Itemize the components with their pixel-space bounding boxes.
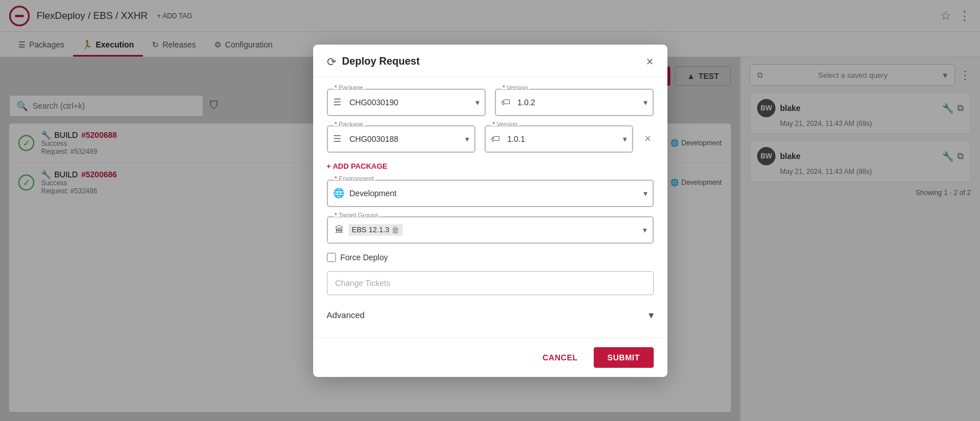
- package1-select[interactable]: CHG0030190: [327, 89, 485, 116]
- target-groups-input[interactable]: 🏛 EBS 12.1.3 🗑 ▾: [327, 217, 653, 243]
- remove-package2-button[interactable]: ×: [642, 132, 654, 145]
- environment-field: * Environment 🌐 Development ▾: [327, 180, 654, 207]
- version2-field: * Version 🏷 1.0.1 ▾: [485, 125, 633, 153]
- deploy-request-modal: ⟳ Deploy Request × * Package ☰ CHG003019…: [313, 45, 667, 377]
- package2-select[interactable]: CHG0030188: [327, 126, 475, 152]
- force-deploy-checkbox[interactable]: [327, 253, 336, 262]
- modal-close-button[interactable]: ×: [646, 55, 654, 68]
- target-groups-field: * Target Groups 🏛 EBS 12.1.3 🗑 ▾: [327, 216, 654, 244]
- submit-button[interactable]: SUBMIT: [594, 347, 654, 368]
- chevron-down-icon: ▾: [643, 225, 647, 235]
- version1-field: * Version 🏷 1.0.2 ▾: [495, 89, 654, 116]
- deploy-icon: ⟳: [327, 55, 337, 69]
- package2-row: * Package ☰ CHG0030188 ▾ * Version: [327, 125, 654, 153]
- cancel-button[interactable]: CANCEL: [533, 347, 586, 368]
- chevron-down-icon: ▾: [649, 309, 654, 321]
- remove-chip-button[interactable]: 🗑: [391, 225, 399, 235]
- add-package-button[interactable]: + ADD PACKAGE: [327, 162, 388, 170]
- target-icon: 🏛: [335, 225, 344, 235]
- force-deploy-label: Force Deploy: [341, 253, 388, 262]
- advanced-label: Advanced: [327, 310, 365, 320]
- target-group-chip: EBS 12.1.3 🗑: [349, 224, 403, 236]
- force-deploy-row: Force Deploy: [327, 253, 654, 262]
- package2-field: * Package ☰ CHG0030188 ▾: [327, 125, 475, 153]
- modal-title: Deploy Request: [342, 55, 641, 67]
- advanced-row[interactable]: Advanced ▾: [327, 304, 654, 326]
- change-tickets-input[interactable]: [327, 271, 654, 295]
- modal-body: * Package ☰ CHG0030190 ▾ * Version: [313, 77, 667, 337]
- add-package-row: + ADD PACKAGE: [327, 162, 654, 170]
- version2-select[interactable]: 1.0.1: [485, 126, 633, 152]
- modal-overlay: ⟳ Deploy Request × * Package ☰ CHG003019…: [0, 0, 980, 421]
- modal-header: ⟳ Deploy Request ×: [313, 45, 667, 77]
- package1-row: * Package ☰ CHG0030190 ▾ * Version: [327, 89, 654, 116]
- modal-footer: CANCEL SUBMIT: [313, 337, 667, 377]
- package1-field: * Package ☰ CHG0030190 ▾: [327, 89, 486, 116]
- environment-select[interactable]: Development: [327, 180, 653, 206]
- version1-select[interactable]: 1.0.2: [495, 89, 653, 116]
